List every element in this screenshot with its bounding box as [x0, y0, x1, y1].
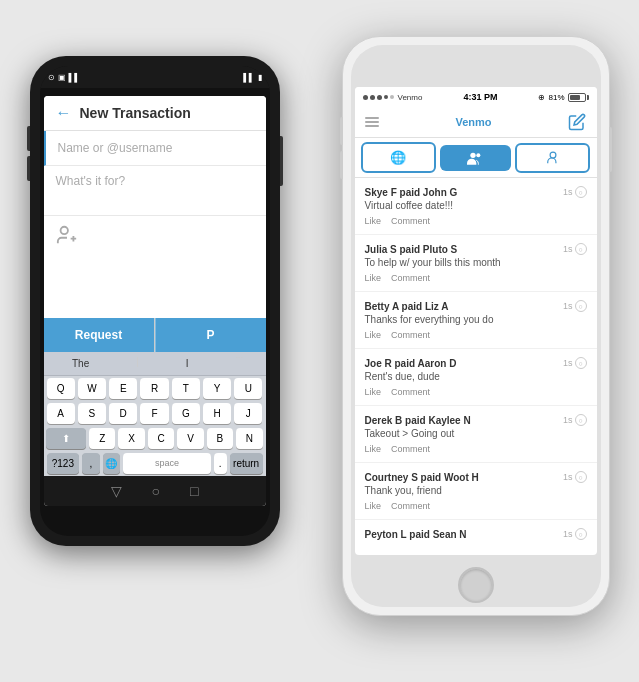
action-buttons: Request P [44, 318, 266, 352]
feed-transaction: Betty A paid Liz A [365, 300, 563, 313]
nav-bar: ▽ ○ □ [44, 476, 266, 506]
like-button[interactable]: Like [365, 444, 382, 454]
key-h[interactable]: H [203, 403, 231, 424]
key-j[interactable]: J [234, 403, 262, 424]
key-z[interactable]: Z [89, 428, 115, 449]
list-item: Betty A paid Liz A Thanks for everything… [355, 292, 597, 349]
venmo-status-bar: Venmo 4:31 PM ⊕ 81% [355, 87, 597, 107]
key-v[interactable]: V [177, 428, 203, 449]
comment-button[interactable]: Comment [391, 387, 430, 397]
feed-time: 1s ○ [563, 528, 587, 540]
list-item: Derek B paid Kaylee N Takeout > Going ou… [355, 406, 597, 463]
suggest-word-1[interactable]: The [66, 356, 95, 371]
tab-people[interactable] [440, 145, 511, 171]
comment-button[interactable]: Comment [391, 501, 430, 511]
home-button[interactable] [458, 567, 494, 603]
like-button[interactable]: Like [365, 501, 382, 511]
feed-note: Virtual coffee date!!! [365, 199, 563, 212]
key-t[interactable]: T [172, 378, 200, 399]
key-c[interactable]: C [148, 428, 174, 449]
feed-actions: Like Comment [365, 216, 563, 226]
white-vol-up[interactable] [340, 117, 343, 145]
feed-container: Skye F paid John G Virtual coffee date!!… [355, 178, 597, 555]
request-button[interactable]: Request [44, 318, 154, 352]
feed-note: To help w/ your bills this month [365, 256, 563, 269]
suggest-word-2[interactable]: I [180, 356, 195, 371]
keyboard-row-3: ⬆ Z X C V B N [44, 426, 266, 451]
comment-button[interactable]: Comment [391, 216, 430, 226]
white-phone: Venmo 4:31 PM ⊕ 81% [342, 36, 610, 616]
person-icon-area [44, 216, 266, 254]
key-123[interactable]: ?123 [47, 453, 80, 474]
feed-main: Skye F paid John G Virtual coffee date!!… [365, 186, 563, 226]
tab-globe[interactable]: 🌐 [361, 142, 436, 173]
key-period[interactable]: . [214, 453, 227, 474]
white-vol-down[interactable] [340, 151, 343, 179]
person-add-icon [56, 224, 78, 246]
volume-down-button[interactable] [27, 156, 30, 181]
carrier-name: Venmo [398, 93, 423, 102]
what-input[interactable]: What's it for? [44, 166, 266, 216]
svg-point-0 [60, 227, 67, 234]
comment-button[interactable]: Comment [391, 330, 430, 340]
key-shift[interactable]: ⬆ [46, 428, 86, 449]
name-placeholder: Name or @username [58, 141, 173, 155]
back-button[interactable]: ← [56, 104, 72, 122]
key-g[interactable]: G [172, 403, 200, 424]
key-n[interactable]: N [236, 428, 262, 449]
key-b[interactable]: B [207, 428, 233, 449]
feed-transaction: Peyton L paid Sean N [365, 528, 563, 541]
key-e[interactable]: E [109, 378, 137, 399]
feed-note: Takeout > Going out [365, 427, 563, 440]
key-return[interactable]: return [230, 453, 263, 474]
key-comma[interactable]: , [82, 453, 99, 474]
feed-time: 1s ○ [563, 243, 587, 255]
nav-recent-icon[interactable]: □ [190, 483, 198, 499]
nav-back-icon[interactable]: ▽ [111, 483, 122, 499]
venmo-logo: Venmo [455, 116, 491, 128]
key-x[interactable]: X [118, 428, 144, 449]
key-w[interactable]: W [78, 378, 106, 399]
menu-button[interactable] [363, 115, 381, 129]
comment-button[interactable]: Comment [391, 444, 430, 454]
battery-icon: ▮ [258, 73, 262, 82]
name-input[interactable]: Name or @username [44, 131, 266, 166]
key-a[interactable]: A [47, 403, 75, 424]
nav-home-icon[interactable]: ○ [152, 483, 160, 499]
battery-icon [568, 93, 589, 102]
feed-transaction: Julia S paid Pluto S [365, 243, 563, 256]
volume-up-button[interactable] [27, 126, 30, 151]
compose-icon[interactable] [566, 111, 588, 133]
comment-button[interactable]: Comment [391, 273, 430, 283]
tab-person[interactable] [515, 143, 590, 173]
list-item: Julia S paid Pluto S To help w/ your bil… [355, 235, 597, 292]
key-d[interactable]: D [109, 403, 137, 424]
power-button[interactable] [280, 136, 283, 186]
white-power-button[interactable] [609, 127, 612, 172]
message-icon: ▣ [58, 73, 66, 82]
key-f[interactable]: F [140, 403, 168, 424]
like-button[interactable]: Like [365, 387, 382, 397]
key-u[interactable]: U [234, 378, 262, 399]
like-button[interactable]: Like [365, 330, 382, 340]
list-item: Skye F paid John G Virtual coffee date!!… [355, 178, 597, 235]
key-s[interactable]: S [78, 403, 106, 424]
like-button[interactable]: Like [365, 273, 382, 283]
wifi-icon: ⊕ [538, 93, 545, 102]
feed-note: Thanks for everything you do [365, 313, 563, 326]
globe-icon: 🌐 [390, 150, 406, 165]
phones-container: ⊙ ▣ ▌▌ ▌▌ ▮ ← New Transaction [20, 16, 620, 666]
time-icon: ○ [575, 186, 587, 198]
black-phone: ⊙ ▣ ▌▌ ▌▌ ▮ ← New Transaction [30, 56, 280, 546]
black-phone-inner: ⊙ ▣ ▌▌ ▌▌ ▮ ← New Transaction [40, 66, 270, 536]
key-globe[interactable]: 🌐 [103, 453, 120, 474]
key-q[interactable]: Q [47, 378, 75, 399]
key-space[interactable]: space [123, 453, 210, 474]
pay-button[interactable]: P [155, 318, 266, 352]
svg-point-5 [550, 152, 556, 158]
key-r[interactable]: R [140, 378, 168, 399]
like-button[interactable]: Like [365, 216, 382, 226]
status-left-icons: ⊙ ▣ ▌▌ [48, 73, 80, 82]
feed-time: 1s ○ [563, 471, 587, 483]
key-y[interactable]: Y [203, 378, 231, 399]
